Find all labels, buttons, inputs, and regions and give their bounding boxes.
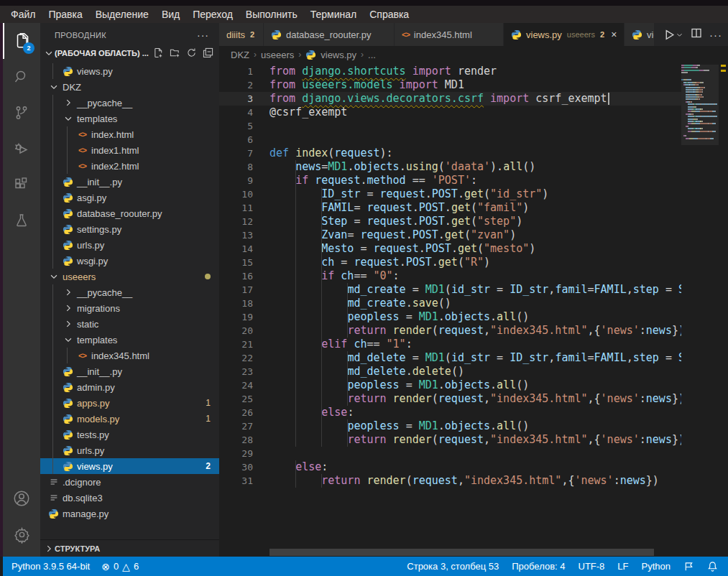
menu-item[interactable]: Вид: [155, 9, 186, 20]
tree-item-__pycache__[interactable]: __pycache__: [40, 284, 219, 300]
tree-item-label: models.py: [77, 414, 119, 424]
views-more-actions-icon[interactable]: ···: [197, 29, 209, 41]
tree-item-migrations[interactable]: migrations: [40, 300, 219, 316]
tree-item-views.py[interactable]: views.py: [40, 63, 219, 79]
tree-item-urls.py[interactable]: urls.py: [40, 442, 219, 458]
code-line: 25 return render(request,"index345.html"…: [219, 392, 681, 406]
tree-item-urls.py[interactable]: urls.py: [40, 237, 219, 253]
tree-item-asgi.py[interactable]: asgi.py: [40, 190, 219, 205]
tab-vie[interactable]: vie: [625, 23, 655, 46]
tree-item-apps.py[interactable]: apps.py1: [40, 395, 219, 411]
python-interpreter-status[interactable]: Python 3.9.5 64-bit: [11, 561, 90, 572]
run-python-file-button[interactable]: [663, 29, 683, 41]
tree-item-__pycache__[interactable]: __pycache__: [40, 95, 219, 111]
tree-item-DKZ[interactable]: DKZ: [40, 79, 219, 95]
tree-item-.dcignore[interactable]: .dcignore: [40, 474, 219, 490]
python-icon: [62, 192, 74, 203]
tree-item-templates[interactable]: templates: [40, 111, 219, 126]
tree-item-__init__.py[interactable]: __init__.py: [40, 363, 219, 379]
tab-database_roouter.py[interactable]: database_roouter.py: [264, 23, 395, 46]
tab-diiits[interactable]: diiits2: [219, 23, 264, 46]
minimap[interactable]: [681, 65, 719, 158]
menu-item[interactable]: Справка: [363, 9, 415, 20]
menu-item[interactable]: Выполнить: [239, 9, 304, 20]
tree-item-label: settings.py: [77, 224, 121, 235]
tree-item-manage.py[interactable]: manage.py: [40, 506, 219, 521]
indent-guide: [52, 190, 53, 205]
editor-more-actions-button[interactable]: ···: [709, 29, 722, 41]
tree-item-database_roouter.py[interactable]: database_roouter.py: [40, 205, 219, 221]
menu-item[interactable]: Переход: [186, 9, 239, 20]
problems-status[interactable]: ⊗ 0 △ 6: [101, 561, 139, 572]
breadcrumb-item[interactable]: DKZ: [231, 50, 249, 60]
tab-index345.html[interactable]: <>index345.html: [395, 23, 504, 46]
indent-guide: [67, 348, 68, 363]
collapse-folders-icon[interactable]: [203, 47, 213, 60]
cursor-position-status[interactable]: Строка 3, столбец 53: [407, 561, 499, 572]
breadcrumb-item[interactable]: useeers: [261, 50, 294, 60]
breadcrumb-item[interactable]: views.py: [321, 50, 356, 60]
overview-ruler[interactable]: [719, 63, 728, 557]
error-icon: ⊗: [101, 561, 110, 572]
indent-guide: [52, 379, 53, 395]
notifications-bell-icon[interactable]: [707, 561, 718, 572]
tree-item-wsgi.py[interactable]: wsgi.py: [40, 253, 219, 269]
tree-item-label: db.sqlite3: [63, 493, 103, 503]
tree-item-index2.html[interactable]: <>index2.html: [40, 158, 219, 174]
indent-guide: [52, 411, 53, 427]
language-mode-status[interactable]: Python: [642, 561, 671, 572]
tree-item-index345.html[interactable]: <>index345.html: [40, 348, 219, 363]
eol-status[interactable]: LF: [617, 561, 628, 572]
tree-item-models.py[interactable]: models.py1: [40, 411, 219, 427]
indent-guide: [67, 158, 68, 174]
tree-item-templates[interactable]: templates: [40, 332, 219, 348]
activity-item-run-debug[interactable]: [3, 131, 40, 167]
tree-item-settings.py[interactable]: settings.py: [40, 221, 219, 237]
split-editor-button[interactable]: [691, 27, 702, 42]
menu-item[interactable]: Терминал: [304, 9, 363, 20]
tree-item-views.py[interactable]: views.py2: [40, 458, 219, 474]
tree-item-static[interactable]: static: [40, 316, 219, 332]
indent-guide: [52, 442, 53, 458]
tree-item-__init__.py[interactable]: __init__.py: [40, 174, 219, 190]
tree-item-admin.py[interactable]: admin.py: [40, 379, 219, 395]
tree-item-index.html[interactable]: <>index.html: [40, 126, 219, 142]
refresh-icon[interactable]: [186, 47, 197, 60]
new-folder-icon[interactable]: [170, 47, 180, 60]
breadcrumb-item[interactable]: ...: [368, 50, 376, 60]
tree-item-label: templates: [77, 113, 117, 124]
tab-views.py[interactable]: views.pyuseeers2×: [504, 23, 625, 46]
menu-item[interactable]: Файл: [4, 9, 42, 20]
python-icon: [62, 414, 74, 424]
outline-section-header[interactable]: СТРУКТУРА: [40, 539, 219, 557]
indentation-status[interactable]: Пробелов: 4: [512, 561, 565, 572]
encoding-status[interactable]: UTF-8: [579, 561, 605, 572]
activity-item-source-control[interactable]: [3, 95, 40, 131]
code-line: 10 ID_str = request.POST.get("id_str"): [219, 187, 681, 201]
tree-item-label: views.py: [77, 66, 113, 77]
tree-item-label: __init__.py: [77, 366, 122, 377]
horizontal-scrollbar[interactable]: [269, 549, 654, 556]
tree-item-index1.html[interactable]: <>index1.html: [40, 142, 219, 158]
python-icon: [62, 240, 74, 251]
activity-item-search[interactable]: [3, 59, 40, 95]
menu-item[interactable]: Выделение: [89, 9, 155, 20]
menu-item[interactable]: Правка: [42, 9, 88, 20]
activity-item-extensions[interactable]: [3, 167, 40, 203]
tree-item-tests.py[interactable]: tests.py: [40, 427, 219, 442]
activity-item-account[interactable]: [3, 480, 40, 516]
chevron-right-icon: [62, 98, 74, 108]
activity-item-testing[interactable]: [3, 203, 40, 238]
activity-item-settings[interactable]: [3, 516, 40, 552]
close-icon[interactable]: ×: [611, 29, 617, 40]
new-file-icon[interactable]: [153, 47, 164, 60]
tree-item-useeers[interactable]: useeers: [40, 269, 219, 284]
workspace-section-header[interactable]: (РАБОЧАЯ ОБЛАСТЬ) ...: [40, 45, 219, 62]
breadcrumb-separator: ›: [361, 50, 364, 60]
python-icon: [271, 29, 282, 40]
feedback-icon[interactable]: [683, 561, 694, 572]
tree-item-db.sqlite3[interactable]: db.sqlite3: [40, 490, 219, 506]
indent-guide: [67, 142, 68, 158]
activity-item-explorer[interactable]: 2: [3, 23, 40, 59]
code-editor[interactable]: 1from django.shortcuts import render2fro…: [219, 63, 728, 557]
